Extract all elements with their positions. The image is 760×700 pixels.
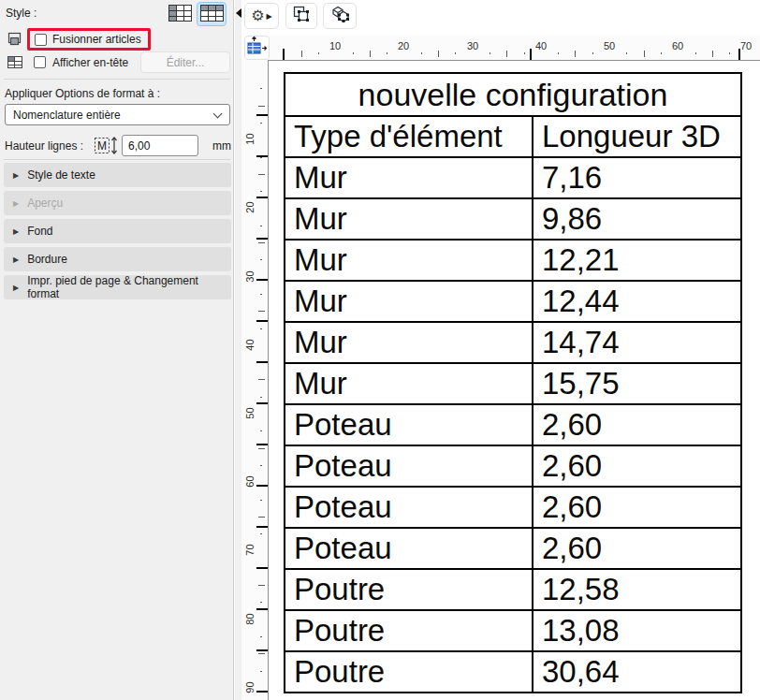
cell-length-3d[interactable]: 15,75	[532, 364, 740, 403]
cell-length-3d[interactable]: 7,16	[532, 158, 740, 197]
schedule-table: nouvelle configuration Type d'élément Lo…	[284, 72, 742, 693]
cell-length-3d[interactable]: 30,64	[532, 652, 740, 692]
vertical-ruler: 102030405060708090	[241, 60, 268, 700]
triangle-right-icon: ▶	[13, 199, 19, 208]
svg-text:M: M	[97, 139, 107, 153]
cell-element-type[interactable]: Mur	[285, 199, 532, 239]
show-header-label: Afficher en-tête	[52, 56, 128, 69]
cell-element-type[interactable]: Poteau	[285, 529, 532, 568]
ruler-label: 30	[463, 40, 482, 51]
settings-button[interactable]: ⚙ ▶	[244, 3, 279, 29]
schedule-format-panel: Style :	[0, 0, 234, 700]
ruler-label: 20	[394, 40, 413, 51]
style-button-header-accent[interactable]	[197, 2, 227, 26]
ruler-label: 50	[242, 406, 256, 420]
row-height-unit: mm	[212, 139, 231, 153]
table-row: Mur 9,86	[285, 197, 740, 239]
accordion-section-header[interactable]: ▶ Aperçu	[4, 191, 231, 215]
edit-button[interactable]: Éditer...	[140, 51, 230, 73]
ruler-label: 40	[242, 338, 256, 352]
marquee-3d-button[interactable]	[323, 3, 357, 29]
marquee-2d-button[interactable]	[285, 3, 317, 29]
accordion-section-label: Impr. pied de page & Changement format	[27, 274, 231, 300]
cell-element-type[interactable]: Poteau	[285, 446, 532, 486]
cell-length-3d[interactable]: 12,44	[532, 282, 740, 321]
accordion-section-header[interactable]: ▶ Style de texte	[4, 163, 231, 187]
style-button-column-accent[interactable]	[165, 2, 195, 26]
cell-element-type[interactable]: Poutre	[285, 570, 532, 609]
cell-element-type[interactable]: Mur	[285, 158, 532, 197]
ruler-label: 80	[242, 612, 256, 626]
dropdown-arrow-icon: ▶	[267, 12, 272, 21]
cell-length-3d[interactable]: 2,60	[532, 446, 740, 486]
ruler-label: 60	[668, 40, 687, 51]
cell-element-type[interactable]: Poteau	[285, 405, 532, 445]
panel-collapse-icon[interactable]	[236, 8, 241, 18]
cell-element-type[interactable]: Mur	[285, 323, 532, 362]
accordion-section-header[interactable]: ▶ Impr. pied de page & Changement format	[4, 275, 231, 299]
cell-length-3d[interactable]: 2,60	[532, 529, 740, 568]
cell-element-type[interactable]: Poteau	[285, 488, 532, 527]
table-row: Mur 12,44	[285, 280, 740, 321]
column-header-length[interactable]: Longueur 3D	[532, 117, 740, 156]
accordion-section-header[interactable]: ▶ Fond	[4, 219, 231, 243]
marquee-2d-icon	[293, 6, 310, 26]
table-row: Poteau 2,60	[285, 445, 740, 486]
cell-element-type[interactable]: Mur	[285, 282, 532, 321]
accordion-section-header[interactable]: ▶ Bordure	[4, 247, 231, 271]
accordion-section-label: Fond	[27, 225, 52, 238]
column-header-type[interactable]: Type d'élément	[285, 117, 532, 156]
show-header-checkbox[interactable]	[34, 56, 46, 68]
accordion-section-label: Style de texte	[27, 168, 95, 182]
cell-length-3d[interactable]: 12,58	[532, 570, 740, 609]
cell-length-3d[interactable]: 13,08	[532, 611, 740, 650]
table-resize-origin-icon	[246, 36, 269, 60]
format-scope-value: Nomenclature entière	[13, 109, 121, 122]
panel-divider	[4, 79, 230, 80]
row-height-label: Hauteur lignes :	[5, 139, 83, 153]
accordion-section-label: Bordure	[27, 253, 67, 266]
row-height-input[interactable]	[122, 135, 198, 156]
ruler-label: 10	[242, 132, 256, 146]
apply-format-label: Appliquer Options de format à :	[5, 87, 160, 100]
table-row: Poutre 12,58	[285, 568, 740, 609]
cell-element-type[interactable]: Poutre	[285, 652, 532, 692]
schedule-canvas[interactable]: nouvelle configuration Type d'élément Lo…	[268, 60, 760, 700]
ruler-label: 50	[600, 40, 619, 51]
ruler-label: 70	[242, 543, 256, 557]
cell-length-3d[interactable]: 2,60	[532, 488, 740, 527]
triangle-right-icon: ▶	[13, 284, 19, 292]
style-label: Style :	[6, 7, 37, 20]
annotation-highlight: Fusionner articles	[27, 28, 151, 51]
cell-length-3d[interactable]: 2,60	[532, 405, 740, 445]
merge-items-checkbox[interactable]	[35, 34, 47, 46]
cell-length-3d[interactable]: 12,21	[532, 241, 740, 280]
triangle-right-icon: ▶	[13, 171, 19, 180]
cell-length-3d[interactable]: 9,86	[532, 199, 740, 239]
table-row: Poteau 2,60	[285, 527, 740, 568]
table-row: Mur 7,16	[285, 156, 740, 197]
ruler-label: 60	[242, 474, 256, 489]
table-row: Poteau 2,60	[285, 403, 740, 445]
merge-items-label: Fusionner articles	[52, 33, 141, 46]
panel-divider	[4, 159, 230, 160]
row-height-icon: M	[94, 136, 122, 155]
table-style-header-accent-icon	[200, 5, 224, 24]
table-row: Mur 14,74	[285, 321, 740, 362]
horizontal-ruler: 10203040506070	[270, 36, 760, 60]
table-row: Poutre 13,08	[285, 609, 740, 650]
cell-length-3d[interactable]: 14,74	[532, 323, 740, 362]
settings-gear-icon: ⚙	[251, 8, 264, 23]
cell-element-type[interactable]: Mur	[285, 241, 532, 280]
ruler-label: 90	[242, 680, 256, 694]
marquee-3d-icon	[330, 6, 349, 26]
table-resize-origin-button[interactable]	[244, 36, 270, 60]
ruler-label: 30	[242, 270, 256, 284]
table-row: Poteau 2,60	[285, 486, 740, 527]
cell-element-type[interactable]: Mur	[285, 364, 532, 403]
panel-splitter[interactable]	[235, 0, 241, 700]
schedule-header-row: Type d'élément Longueur 3D	[285, 115, 740, 156]
format-scope-dropdown[interactable]: Nomenclature entière	[5, 104, 230, 125]
cell-element-type[interactable]: Poutre	[285, 611, 532, 650]
schedule-title-cell[interactable]: nouvelle configuration	[285, 74, 740, 115]
